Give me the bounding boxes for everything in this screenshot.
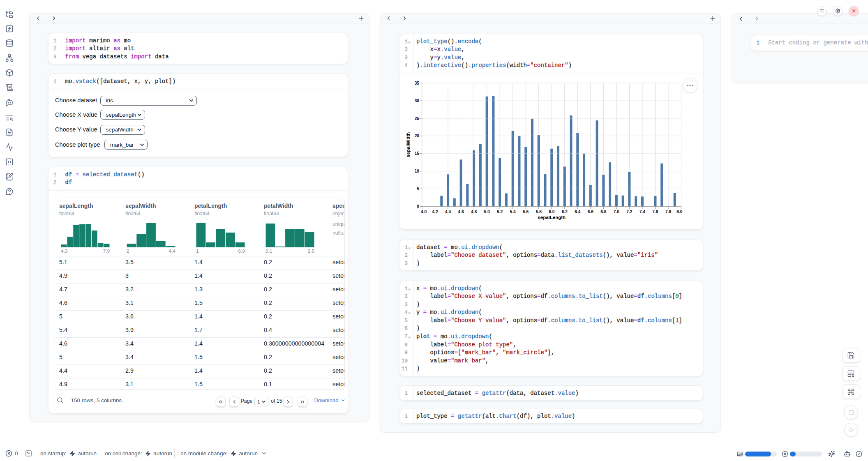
- svg-text:5.4: 5.4: [510, 210, 516, 214]
- svg-text:15: 15: [415, 151, 420, 156]
- svg-text:sepalWidth: sepalWidth: [406, 132, 411, 157]
- svg-text:6.6: 6.6: [588, 210, 593, 214]
- svg-text:4.4: 4.4: [445, 210, 451, 214]
- svg-text:5.2: 5.2: [497, 210, 503, 214]
- svg-text:7.4: 7.4: [639, 210, 645, 214]
- svg-text:30: 30: [415, 99, 420, 103]
- svg-text:4.6: 4.6: [458, 210, 464, 214]
- svg-text:7.8: 7.8: [665, 210, 671, 214]
- svg-text:5.0: 5.0: [484, 210, 490, 214]
- svg-text:4.8: 4.8: [471, 210, 477, 214]
- svg-text:sepalLength: sepalLength: [538, 215, 566, 220]
- svg-text:5.8: 5.8: [536, 210, 542, 214]
- svg-text:5: 5: [417, 187, 419, 191]
- svg-text:7.0: 7.0: [614, 210, 619, 214]
- svg-text:7.6: 7.6: [652, 210, 658, 214]
- svg-text:0: 0: [417, 204, 419, 209]
- svg-text:6.2: 6.2: [562, 210, 568, 214]
- svg-text:8.0: 8.0: [676, 210, 682, 214]
- svg-text:6.4: 6.4: [575, 210, 580, 214]
- svg-text:20: 20: [415, 134, 420, 138]
- svg-text:4.2: 4.2: [432, 210, 438, 214]
- svg-text:35: 35: [415, 81, 420, 85]
- svg-text:10: 10: [415, 169, 420, 173]
- svg-text:7.2: 7.2: [626, 210, 632, 214]
- svg-text:6.0: 6.0: [549, 210, 554, 214]
- svg-text:6.8: 6.8: [600, 210, 606, 214]
- svg-text:4.0: 4.0: [421, 210, 427, 214]
- svg-text:25: 25: [415, 116, 420, 121]
- svg-text:5.6: 5.6: [523, 210, 529, 214]
